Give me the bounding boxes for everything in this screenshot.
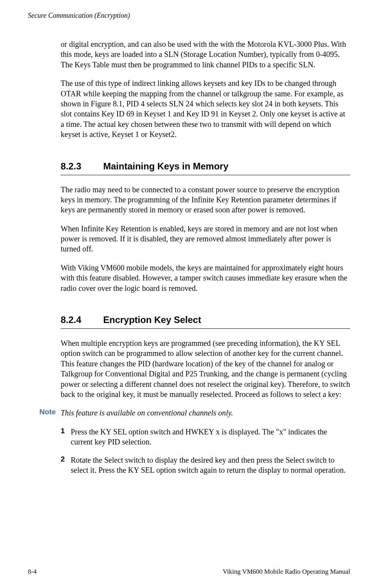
section-number: 8.2.3 <box>61 161 103 172</box>
note-label: Note <box>39 408 61 418</box>
section-heading-8-2-4: 8.2.4Encryption Key Select <box>61 315 350 325</box>
page-footer: 8-4 Viking VM600 Mobile Radio Operating … <box>28 568 350 576</box>
s1-paragraph-2: When Infinite Key Retention is enabled, … <box>61 224 350 254</box>
page-number: 8-4 <box>28 568 37 576</box>
step-1: 1 Press the KY SEL option switch and HWK… <box>61 427 350 447</box>
note-text: This feature is available on conventiona… <box>61 408 233 418</box>
step-text: Rotate the Select switch to display the … <box>71 455 350 475</box>
section-rule <box>61 328 350 329</box>
section-heading-8-2-3: 8.2.3Maintaining Keys in Memory <box>61 161 350 172</box>
intro-paragraph-1: or digital encryption, and can also be u… <box>61 39 350 70</box>
note-block: Note This feature is available on conven… <box>39 408 350 418</box>
running-header: Secure Communication (Encryption) <box>28 12 350 20</box>
step-number: 2 <box>61 455 71 475</box>
section-rule <box>61 175 350 175</box>
s1-paragraph-1: The radio may need to be connected to a … <box>61 185 350 215</box>
step-number: 1 <box>61 427 71 447</box>
s2-paragraph-1: When multiple encryption keys are progra… <box>61 338 350 399</box>
manual-title: Viking VM600 Mobile Radio Operating Manu… <box>223 568 350 576</box>
s1-paragraph-3: With Viking VM600 mobile models, the key… <box>61 263 350 293</box>
section-title: Encryption Key Select <box>103 315 201 325</box>
section-title: Maintaining Keys in Memory <box>103 161 228 171</box>
intro-paragraph-2: The use of this type of indirect linking… <box>61 78 350 139</box>
step-text: Press the KY SEL option switch and HWKEY… <box>71 427 350 447</box>
step-2: 2 Rotate the Select switch to display th… <box>61 455 350 475</box>
section-number: 8.2.4 <box>61 315 103 325</box>
